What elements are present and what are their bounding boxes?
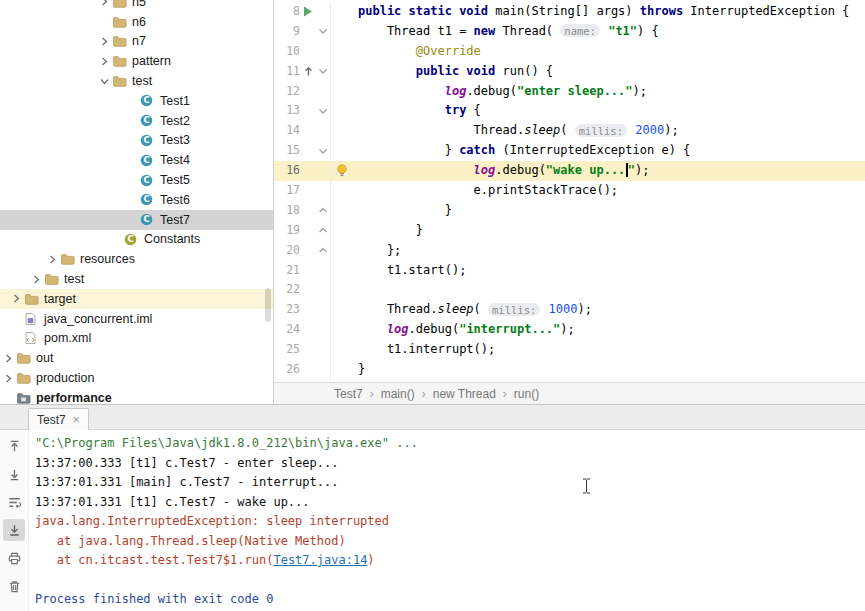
tree-item-test4[interactable]: CTest4 [0, 150, 273, 170]
gutter[interactable]: 18 [274, 201, 331, 221]
gutter[interactable]: 24 [274, 320, 331, 340]
tree-item-test5[interactable]: CTest5 [0, 170, 273, 190]
breadcrumb-item[interactable]: main() [381, 387, 415, 401]
console-line: 13:37:00.333 [t1] c.Test7 - enter sleep.… [35, 454, 859, 474]
code-text: log.debug("wake up..."); [358, 161, 650, 181]
console-output[interactable]: "C:\Program Files\Java\jdk1.8.0_212\bin\… [29, 430, 865, 611]
fold-down-icon[interactable] [316, 141, 331, 161]
chevron-right-icon[interactable] [8, 291, 24, 307]
tree-item-pattern[interactable]: pattern [0, 51, 273, 71]
editor-line-23[interactable]: 23Thread.sleep( millis: 1000); [274, 300, 865, 320]
tree-item-test[interactable]: test [0, 269, 273, 289]
gutter[interactable]: 21 [274, 261, 331, 281]
gutter[interactable]: 12 [274, 82, 331, 102]
editor-line-11[interactable]: 11public void run() { [274, 62, 865, 82]
tree-item-performance[interactable]: performance [0, 388, 273, 404]
editor-line-19[interactable]: 19} [274, 221, 865, 241]
project-tree-panel[interactable]: n5n6n7patterntestCTest1CTest2CTest3CTest… [0, 0, 274, 404]
print-icon[interactable] [3, 547, 25, 569]
fold-down-icon[interactable] [316, 101, 331, 121]
chevron-right-icon[interactable] [96, 33, 112, 49]
tree-item-resources[interactable]: resources [0, 249, 273, 269]
fold-up-icon[interactable] [316, 241, 331, 261]
chevron-right-icon[interactable] [0, 350, 16, 366]
run-icon[interactable] [300, 2, 316, 22]
tree-item-n7[interactable]: n7 [0, 32, 273, 52]
gutter[interactable]: 17 [274, 181, 331, 201]
tree-item-java-concurrent-iml[interactable]: java_concurrent.iml [0, 309, 273, 329]
tree-item-label: performance [33, 391, 112, 404]
editor-line-10[interactable]: 10@Override [274, 42, 865, 62]
gutter[interactable]: 14 [274, 121, 331, 141]
chevron-right-icon[interactable] [28, 271, 44, 287]
gutter[interactable]: 22 [274, 280, 331, 300]
gutter[interactable]: 15 [274, 141, 331, 161]
close-icon[interactable]: × [73, 413, 80, 427]
editor-line-21[interactable]: 21t1.start(); [274, 261, 865, 281]
chevron-right-icon[interactable] [96, 53, 112, 69]
chevron-right-icon[interactable] [96, 0, 112, 10]
chevron-right-icon[interactable] [44, 251, 60, 267]
fold-down-icon[interactable] [316, 62, 331, 82]
breadcrumb-item[interactable]: Test7 [334, 387, 363, 401]
gutter[interactable]: 26 [274, 360, 331, 380]
gutter[interactable]: 20 [274, 241, 331, 261]
gutter[interactable]: 16 [274, 161, 331, 181]
fold-slot [316, 300, 331, 320]
editor-line-13[interactable]: 13try { [274, 101, 865, 121]
gutter[interactable]: 25 [274, 340, 331, 360]
editor-line-18[interactable]: 18} [274, 201, 865, 221]
tree-item-test2[interactable]: CTest2 [0, 111, 273, 131]
soft-wrap-icon[interactable] [3, 491, 25, 513]
scroll-up-icon[interactable] [3, 435, 25, 457]
run-tab-test7[interactable]: Test7 × [28, 408, 89, 430]
code-editor[interactable]: 8public static void main(String[] args) … [274, 0, 865, 382]
fold-down-icon[interactable] [316, 22, 331, 42]
code-token: } [358, 362, 365, 376]
editor-line-16[interactable]: 16log.debug("wake up..."); [274, 161, 865, 181]
editor-line-20[interactable]: 20}; [274, 241, 865, 261]
tree-item-n5[interactable]: n5 [0, 0, 273, 12]
breadcrumb-item[interactable]: new Thread [433, 387, 496, 401]
editor-line-26[interactable]: 26} [274, 360, 865, 380]
tree-item-target[interactable]: target [0, 289, 273, 309]
editor-line-24[interactable]: 24log.debug("interrupt..."); [274, 320, 865, 340]
editor-line-22[interactable]: 22 [274, 280, 865, 300]
editor-line-12[interactable]: 12log.debug("enter sleep..."); [274, 82, 865, 102]
tree-item-test[interactable]: test [0, 71, 273, 91]
chevron-down-icon[interactable] [96, 73, 112, 89]
stacktrace-link[interactable]: Test7.java:14 [273, 553, 367, 567]
tree-item-out[interactable]: out [0, 348, 273, 368]
tree-item-test3[interactable]: CTest3 [0, 131, 273, 151]
editor-line-8[interactable]: 8public static void main(String[] args) … [274, 2, 865, 22]
scroll-down-icon[interactable] [3, 463, 25, 485]
gutter[interactable]: 19 [274, 221, 331, 241]
editor-line-15[interactable]: 15} catch (InterruptedException e) { [274, 141, 865, 161]
tree-item-test6[interactable]: CTest6 [0, 190, 273, 210]
tree-item-pom-xml[interactable]: pom.xml [0, 329, 273, 349]
gutter[interactable]: 13 [274, 101, 331, 121]
override-method-icon[interactable] [300, 62, 316, 82]
editor-line-14[interactable]: 14Thread.sleep( millis: 2000); [274, 121, 865, 141]
gutter[interactable]: 11 [274, 62, 331, 82]
gutter[interactable]: 23 [274, 300, 331, 320]
tree-item-n6[interactable]: n6 [0, 12, 273, 32]
breadcrumb-item[interactable]: run() [514, 387, 539, 401]
breadcrumb-separator-icon: › [503, 387, 507, 401]
editor-line-25[interactable]: 25t1.interrupt(); [274, 340, 865, 360]
tree-item-production[interactable]: production [0, 368, 273, 388]
gutter[interactable]: 8 [274, 2, 331, 22]
tree-item-constants[interactable]: CConstants [0, 230, 273, 250]
gutter[interactable]: 10 [274, 42, 331, 62]
editor-line-17[interactable]: 17e.printStackTrace(); [274, 181, 865, 201]
tree-scrollbar[interactable] [265, 288, 271, 322]
tree-item-test7[interactable]: CTest7 [0, 210, 273, 230]
tree-item-test1[interactable]: CTest1 [0, 91, 273, 111]
scroll-to-end-icon[interactable] [3, 519, 25, 541]
fold-up-icon[interactable] [316, 201, 331, 221]
editor-line-9[interactable]: 9Thread t1 = new Thread( name: "t1") { [274, 22, 865, 42]
chevron-right-icon[interactable] [0, 370, 16, 386]
gutter[interactable]: 9 [274, 22, 331, 42]
fold-up-icon[interactable] [316, 221, 331, 241]
clear-output-icon[interactable] [3, 575, 25, 597]
